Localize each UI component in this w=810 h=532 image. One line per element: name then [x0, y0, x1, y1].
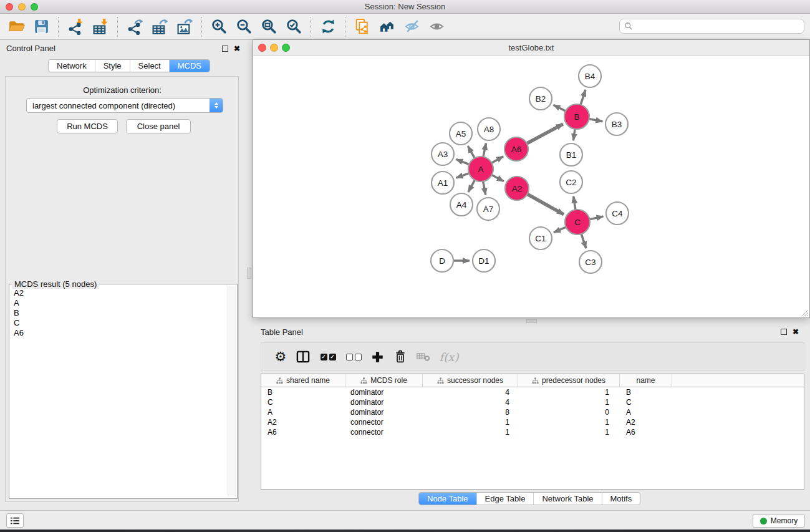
edge-B-B2[interactable] [554, 105, 567, 112]
edge-A-A6[interactable] [491, 157, 503, 163]
zoom-selected-button[interactable] [281, 16, 306, 38]
node-label-A8: A8 [484, 125, 494, 134]
task-history-button[interactable] [6, 513, 24, 528]
column-header-predecessor-nodes[interactable]: predecessor nodes [518, 374, 620, 387]
column-header-shared-name[interactable]: shared name [261, 374, 345, 387]
create-column-button[interactable] [366, 346, 388, 368]
result-item[interactable]: A6 [14, 328, 226, 338]
delete-column-button[interactable] [388, 346, 412, 368]
app-titlebar: Session: New Session [0, 0, 810, 14]
toolbar-separator [201, 17, 202, 37]
edge-A-A5[interactable] [468, 146, 475, 159]
import-network-button[interactable] [63, 16, 88, 38]
table-row[interactable]: A6connector11A6 [261, 427, 804, 437]
tab-network[interactable]: Network [49, 60, 95, 72]
show-all-networks-button[interactable] [375, 16, 400, 38]
close-network-button[interactable] [258, 44, 266, 52]
edge-C-C3[interactable] [581, 233, 586, 248]
table-row[interactable]: A2connector11A2 [261, 417, 804, 427]
open-file-button[interactable] [4, 16, 29, 38]
result-scrollbar[interactable] [228, 286, 236, 496]
tab-style[interactable]: Style [95, 60, 130, 72]
edge-C-C1[interactable] [554, 226, 567, 232]
edge-A-A4[interactable] [468, 179, 475, 192]
export-table-button[interactable] [147, 16, 172, 38]
application-window: Session: New Session [0, 0, 810, 532]
edge-A-A1[interactable] [456, 173, 470, 178]
result-item[interactable]: B [14, 308, 226, 318]
run-mcds-button[interactable]: Run MCDS [57, 119, 118, 133]
zoom-network-button[interactable] [282, 44, 290, 52]
delete-table-button[interactable] [412, 346, 435, 368]
edge-A2-C[interactable] [526, 193, 564, 215]
table-row[interactable]: Adominator80A [261, 407, 804, 417]
edge-A-A2[interactable] [491, 174, 504, 181]
edge-C-C2[interactable] [574, 196, 576, 211]
zoom-in-button[interactable] [206, 16, 231, 38]
column-type-icon [360, 377, 367, 384]
edge-A6-B[interactable] [526, 124, 563, 144]
close-panel-button[interactable]: Close panel [126, 119, 191, 133]
network-window-titlebar[interactable]: testGlobe.txt [253, 40, 809, 56]
table-cell: dominator [345, 398, 423, 407]
show-columns-button[interactable] [291, 346, 315, 368]
hide-selected-button[interactable] [400, 16, 425, 38]
tab-motifs[interactable]: Motifs [602, 493, 640, 505]
table-row[interactable]: Cdominator41C [261, 397, 804, 407]
close-panel-icon[interactable]: ✖ [234, 45, 240, 52]
result-item[interactable]: C [14, 318, 226, 328]
main-toolbar [0, 14, 810, 40]
float-panel-icon[interactable] [222, 46, 228, 52]
show-hidden-button[interactable] [425, 16, 450, 38]
network-graph[interactable]: B4B2BB3A5A8A6A3B1AA1C2A2A4A7CC4C1C3DD1 [253, 56, 809, 317]
vertical-splitter-handle[interactable] [247, 268, 251, 279]
minimize-network-button[interactable] [270, 44, 278, 52]
tab-edge-table[interactable]: Edge Table [476, 493, 534, 505]
table-row[interactable]: Bdominator41B [261, 387, 804, 397]
node-label-D: D [439, 256, 445, 266]
tab-select[interactable]: Select [130, 60, 169, 72]
node-label-C2: C2 [566, 178, 576, 187]
edge-B-B4[interactable] [581, 90, 586, 106]
import-table-button[interactable] [88, 16, 113, 38]
edge-A-A7[interactable] [483, 180, 485, 195]
export-network-button[interactable] [122, 16, 147, 38]
column-header-name[interactable]: name [620, 374, 672, 387]
zoom-out-button[interactable] [231, 16, 256, 38]
result-item[interactable]: A2 [14, 288, 226, 298]
table-settings-button[interactable]: ⚙ [270, 346, 291, 368]
save-session-button[interactable] [29, 16, 54, 38]
criterion-dropdown[interactable]: largest connected component (directed) [26, 98, 223, 113]
horizontal-splitter-handle[interactable] [526, 319, 537, 323]
tab-network-table[interactable]: Network Table [533, 493, 601, 505]
edge-A-A3[interactable] [456, 159, 470, 165]
zoom-window-button[interactable] [31, 3, 38, 11]
desktop-background [0, 530, 810, 532]
export-image-button[interactable] [172, 16, 197, 38]
deselect-all-rows-button[interactable] [341, 346, 366, 368]
function-builder-button[interactable]: f(x) [435, 346, 463, 368]
table-cell: C [620, 398, 672, 407]
edge-A-A8[interactable] [483, 143, 486, 158]
toolbar-separator [58, 17, 59, 37]
column-header-MCDS-role[interactable]: MCDS role [345, 374, 423, 387]
minimize-window-button[interactable] [18, 3, 26, 11]
refresh-view-button[interactable] [316, 16, 340, 38]
close-window-button[interactable] [6, 3, 13, 11]
search-input[interactable] [633, 22, 804, 31]
float-panel-icon[interactable] [781, 329, 787, 335]
result-item[interactable]: A [14, 298, 226, 308]
network-canvas[interactable]: B4B2BB3A5A8A6A3B1AA1C2A2A4A7CC4C1C3DD1 [253, 56, 809, 317]
tab-mcds[interactable]: MCDS [169, 60, 210, 72]
column-header-successor-nodes[interactable]: successor nodes [423, 374, 518, 387]
edge-C-C4[interactable] [589, 216, 604, 220]
table-toolbar: ⚙ ✓ ✓ [261, 342, 804, 371]
resize-grip-icon[interactable] [800, 308, 809, 317]
zoom-fit-button[interactable] [256, 16, 281, 38]
new-network-from-file-button[interactable] [350, 16, 375, 38]
close-panel-icon[interactable]: ✖ [793, 328, 799, 336]
select-all-rows-button[interactable]: ✓ ✓ [315, 346, 341, 368]
tab-node-table[interactable]: Node Table [419, 493, 476, 505]
memory-button[interactable]: Memory [753, 514, 805, 528]
edge-B-B3[interactable] [588, 118, 603, 121]
